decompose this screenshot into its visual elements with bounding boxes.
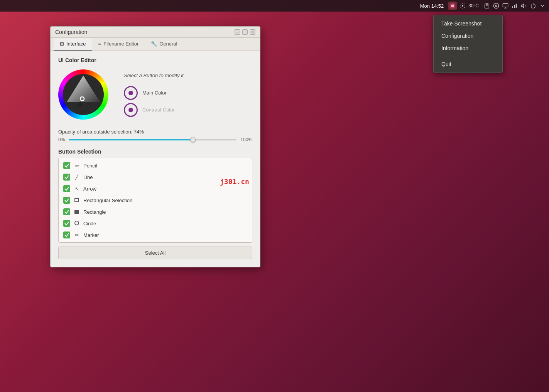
circle-label: Circle <box>83 221 96 226</box>
temperature: 30°C <box>468 3 479 8</box>
circle-outline-icon <box>74 221 79 225</box>
taskbar-time: Mon 14:52 <box>420 3 444 9</box>
main-color-row: Main Color <box>124 86 184 100</box>
filename-tab-icon: ≡ <box>98 41 101 47</box>
list-item[interactable]: Rectangular Selection <box>59 194 252 206</box>
interface-tab-icon: ⊞ <box>60 41 64 47</box>
main-color-button[interactable] <box>124 86 138 100</box>
list-item[interactable]: ✏ Marker <box>59 229 252 241</box>
menu-separator <box>434 56 502 56</box>
information-menu-item[interactable]: Information <box>434 42 502 54</box>
tab-interface-label: Interface <box>66 41 86 47</box>
rectangle-icon <box>73 209 80 215</box>
network-icon[interactable] <box>493 2 500 9</box>
window-titlebar: Configuration ─ □ ✕ <box>51 27 260 38</box>
pencil-checkbox[interactable] <box>63 162 70 169</box>
list-item[interactable]: ↖ Arrow <box>59 183 252 194</box>
rect-filled-icon <box>74 210 79 214</box>
list-item[interactable]: Circle <box>59 218 252 229</box>
contrast-color-row: Contrast Color <box>124 103 184 117</box>
window-title: Configuration <box>55 29 87 35</box>
chevron-down-icon[interactable] <box>539 2 546 9</box>
circle-checkbox[interactable] <box>63 220 70 227</box>
color-buttons-area: Select a Button to modify it Main Color … <box>124 73 184 117</box>
contrast-color-button[interactable] <box>124 103 138 117</box>
tab-general-label: General <box>159 41 177 47</box>
configuration-window: Configuration ─ □ ✕ ⊞ Interface ≡ Filena… <box>50 26 260 267</box>
opacity-section: Opacity of area outside selection: 74% 0… <box>58 129 252 142</box>
quit-menu-item[interactable]: Quit <box>434 58 502 70</box>
arrow-label: Arrow <box>83 186 96 192</box>
contrast-color-label: Contrast Color <box>142 107 175 113</box>
settings-icon[interactable] <box>459 2 466 9</box>
maximize-button[interactable]: □ <box>242 29 248 35</box>
rect-outline-icon <box>74 198 79 202</box>
power-icon[interactable] <box>530 2 537 9</box>
general-tab-icon: 🔧 <box>151 41 157 47</box>
marker-label: Marker <box>83 232 99 238</box>
slider-min: 0% <box>58 137 65 142</box>
opacity-label: Opacity of area outside selection: 74% <box>58 129 252 135</box>
button-list: ✏ Pencil ╱ Line ↖ Arrow <box>58 158 252 243</box>
svg-point-5 <box>495 5 497 7</box>
contrast-color-inner <box>128 108 133 112</box>
tab-general[interactable]: 🔧 General <box>145 38 183 51</box>
main-color-inner <box>128 91 133 95</box>
select-button-label: Select a Button to modify it <box>124 73 184 78</box>
tab-interface[interactable]: ⊞ Interface <box>54 38 92 51</box>
arrow-checkbox[interactable] <box>63 185 70 192</box>
tab-filename-label: Filename Editor <box>103 41 139 47</box>
configuration-menu-item[interactable]: Configuration <box>434 30 502 42</box>
pencil-label: Pencil <box>83 163 97 169</box>
network-bars-icon[interactable] <box>511 2 518 9</box>
line-checkbox[interactable] <box>63 174 70 181</box>
svg-marker-12 <box>521 4 524 7</box>
button-selection-title: Button Selection <box>58 149 252 155</box>
slider-row: 0% 100% <box>58 137 252 142</box>
display-icon[interactable] <box>502 2 509 9</box>
svg-point-1 <box>462 5 463 7</box>
list-item[interactable]: ✏ Pencil <box>59 160 252 171</box>
line-icon: ╱ <box>73 174 80 180</box>
window-controls: ─ □ ✕ <box>235 29 255 35</box>
slider-fill <box>69 139 193 140</box>
color-wheel-triangle-svg <box>58 69 108 120</box>
tray-app-icon[interactable] <box>448 2 457 10</box>
rectangular-selection-label: Rectangular Selection <box>83 198 132 203</box>
rectangular-selection-icon <box>73 198 80 203</box>
slider-max: 100% <box>240 137 252 142</box>
arrow-icon: ↖ <box>73 186 80 192</box>
svg-marker-18 <box>67 76 100 102</box>
svg-rect-9 <box>512 6 513 8</box>
svg-rect-10 <box>514 5 515 8</box>
svg-rect-6 <box>503 3 508 7</box>
marker-checkbox[interactable] <box>63 231 70 238</box>
window-tabs: ⊞ Interface ≡ Filename Editor 🔧 General <box>51 38 260 51</box>
take-screenshot-menu-item[interactable]: Take Screenshot <box>434 17 502 30</box>
main-color-label: Main Color <box>142 90 167 96</box>
rectangle-label: Rectangle <box>83 209 106 215</box>
close-button[interactable]: ✕ <box>250 29 255 35</box>
ui-color-editor-title: UI Color Editor <box>58 57 252 63</box>
color-wheel-container[interactable] <box>58 69 108 120</box>
marker-icon: ✏ <box>73 232 80 238</box>
line-label: Line <box>83 174 93 180</box>
taskbar: Mon 14:52 30°C <box>0 0 549 12</box>
list-item[interactable]: ╱ Line <box>59 171 252 183</box>
circle-icon <box>73 221 80 226</box>
list-item[interactable]: Rectangle <box>59 206 252 218</box>
context-menu: Take Screenshot Configuration Informatio… <box>433 15 503 73</box>
pencil-icon: ✏ <box>73 163 80 169</box>
svg-rect-11 <box>516 4 517 8</box>
window-content: UI Color Editor <box>51 51 260 267</box>
minimize-button[interactable]: ─ <box>235 29 240 35</box>
select-all-button[interactable]: Select All <box>58 247 252 259</box>
rectangle-checkbox[interactable] <box>63 208 70 215</box>
tab-filename-editor[interactable]: ≡ Filename Editor <box>92 38 145 51</box>
rectangular-selection-checkbox[interactable] <box>63 197 70 204</box>
volume-icon[interactable] <box>520 2 527 9</box>
color-editor-area: Select a Button to modify it Main Color … <box>58 69 252 120</box>
slider-thumb[interactable] <box>190 137 196 142</box>
clipboard-icon[interactable] <box>483 2 490 9</box>
opacity-slider[interactable] <box>69 139 236 140</box>
